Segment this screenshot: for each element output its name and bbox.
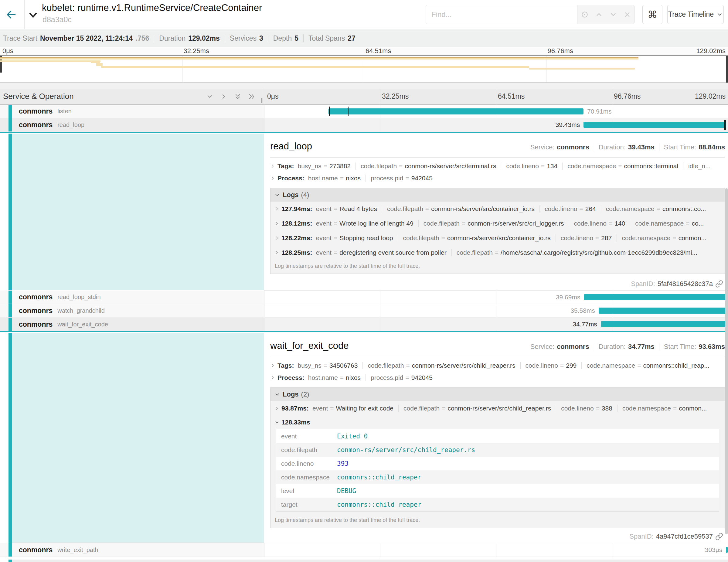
span-row-watch-grandchild[interactable]: conmonrs watch_grandchild 35.58ms — [0, 304, 728, 318]
logs-toggle[interactable]: Logs (2) — [270, 388, 725, 401]
service-name: conmonrs — [19, 546, 53, 554]
span-timeline-cell[interactable]: 39.69ms — [264, 291, 728, 304]
span-row-read-loop-stdin[interactable]: conmonrs read_loop_stdin 39.69ms — [0, 291, 728, 304]
service-value: conmonrs — [557, 143, 589, 151]
summary-separator — [154, 34, 154, 42]
tags-label: Tags: — [277, 162, 294, 170]
service-name: conmonrs — [19, 307, 53, 315]
chevron-down-icon — [717, 12, 723, 18]
service-color-bar — [9, 291, 12, 304]
span-id-row: SpanID: 4a947cfd1ce59537 — [629, 533, 723, 540]
prev-match-icon[interactable] — [595, 11, 603, 19]
copy-link-icon[interactable] — [715, 533, 723, 540]
operation-name: read_loop_stdin — [57, 294, 100, 301]
span-timeline-cell[interactable]: 39.43ms — [264, 118, 728, 132]
duration-value: 39.43ms — [628, 143, 655, 151]
minimap-span — [0, 58, 638, 60]
keyboard-shortcuts-button[interactable]: ⌘ — [642, 5, 662, 24]
total-spans-label: Total Spans — [308, 34, 345, 43]
span-name-cell[interactable]: conmonrs listen — [0, 105, 264, 118]
scrollbar[interactable] — [725, 188, 728, 534]
summary-separator — [225, 34, 225, 42]
log-field: code.lineno=388 — [556, 405, 612, 412]
next-row-peek — [0, 557, 728, 562]
span-row-read-loop[interactable]: conmonrs read_loop 39.43ms — [0, 118, 728, 132]
logs-note: Log timestamps are relative to the start… — [270, 514, 725, 528]
span-bar[interactable] — [328, 108, 583, 114]
span-timeline-cell[interactable]: 34.77ms — [264, 318, 728, 331]
gridline — [364, 56, 364, 82]
scrub-handle-right[interactable] — [726, 56, 728, 83]
tags-toggle[interactable]: Tags: busy_ns=34506763 code.filepath=con… — [270, 362, 725, 369]
scroll-to-match-icon[interactable] — [581, 11, 589, 19]
log-entry[interactable]: 128.12ms: event=Wrote log line of length… — [270, 216, 725, 231]
expand-all-icon[interactable] — [248, 93, 255, 100]
log-entry[interactable]: 128.22ms: event=Stopping read loop code.… — [270, 231, 725, 245]
service-name: conmonrs — [19, 293, 53, 301]
gridline — [264, 318, 264, 331]
minimap-canvas[interactable] — [0, 55, 728, 83]
log-entry[interactable]: 128.25ms: event=deregistering event sour… — [270, 245, 725, 260]
page-title: kubelet: runtime.v1.RuntimeService/Creat… — [42, 2, 262, 13]
column-resizer[interactable] — [261, 98, 263, 103]
span-bar[interactable] — [601, 321, 726, 327]
log-marker — [602, 319, 602, 329]
copy-link-icon[interactable] — [715, 280, 723, 288]
span-bar[interactable] — [599, 308, 726, 314]
tick-label: 32.25ms — [184, 47, 209, 55]
span-timeline-cell[interactable]: 70.91ms — [264, 105, 728, 118]
span-tree-indent-bar — [9, 333, 12, 543]
span-name-cell[interactable]: conmonrs read_loop_stdin — [0, 291, 264, 304]
start-time-label: Start Time: — [664, 143, 696, 151]
span-name-cell[interactable]: conmonrs write_exit_path — [0, 543, 264, 557]
log-entry-expanded-toggle[interactable]: 128.33ms — [270, 416, 725, 429]
span-row-write-exit-path[interactable]: conmonrs write_exit_path 303μs — [0, 543, 728, 557]
summary-separator — [268, 34, 268, 42]
span-bar[interactable] — [726, 547, 728, 553]
chevron-right-icon — [270, 164, 275, 169]
find-input[interactable] — [426, 5, 577, 24]
clear-search-icon[interactable] — [624, 11, 631, 18]
span-duration-label: 35.58ms — [570, 307, 595, 314]
logs-toggle[interactable]: Logs (4) — [270, 188, 725, 202]
operation-name: read_loop — [57, 121, 84, 128]
collapse-all-icon[interactable] — [234, 93, 241, 100]
span-bar[interactable] — [584, 294, 726, 300]
service-name: conmonrs — [19, 107, 53, 115]
log-timestamp: 128.22ms: — [281, 234, 312, 242]
collapse-one-icon[interactable] — [206, 93, 213, 100]
tag-item: code.filepath=conmon-rs/server/src/termi… — [355, 162, 496, 170]
gridline — [380, 118, 380, 131]
next-match-icon[interactable] — [609, 11, 617, 19]
process-toggle[interactable]: Process: host.name=nixos process.pid=942… — [270, 175, 725, 182]
log-timestamp: 128.25ms: — [281, 249, 312, 256]
span-name-cell[interactable]: conmonrs read_loop — [0, 118, 264, 132]
start-time-label: Start Time: — [664, 343, 696, 351]
span-name-cell[interactable]: conmonrs wait_for_exit_code — [0, 318, 264, 331]
detail-operation-title: wait_for_exit_code — [270, 340, 349, 351]
log-field: event=Read 4 bytes — [316, 205, 377, 213]
tag-item: idle_n... — [683, 162, 711, 170]
span-timeline-cell[interactable]: 35.58ms — [264, 304, 728, 318]
gridline — [612, 105, 612, 118]
log-entry[interactable]: 93.87ms: event=Waiting for exit code cod… — [270, 401, 725, 416]
trace-collapse-chevron-down-icon[interactable] — [28, 10, 39, 21]
process-toggle[interactable]: Process: host.name=nixos process.pid=942… — [270, 374, 725, 381]
gridline — [380, 543, 380, 557]
back-button[interactable] — [5, 9, 18, 21]
span-timeline-cell[interactable]: 303μs — [264, 543, 728, 557]
summary-separator — [303, 34, 304, 42]
span-name-cell[interactable]: conmonrs watch_grandchild — [0, 304, 264, 318]
trace-view-selector[interactable]: Trace Timeline — [667, 5, 724, 24]
tick-label: 96.76ms — [614, 89, 641, 100]
span-row-listen[interactable]: conmonrs listen 70.91ms — [0, 105, 728, 118]
expand-one-icon[interactable] — [220, 93, 227, 100]
trace-id: d8a3a0c — [43, 15, 72, 24]
log-field: code.namespace=co... — [630, 220, 704, 227]
span-row-wait-for-exit-code[interactable]: conmonrs wait_for_exit_code 34.77ms — [0, 318, 728, 331]
chevron-right-icon — [275, 250, 279, 255]
log-entry[interactable]: 127.94ms: event=Read 4 bytes code.filepa… — [270, 202, 725, 216]
span-bar[interactable] — [583, 122, 725, 128]
service-color-bar — [9, 543, 12, 557]
tags-toggle[interactable]: Tags: busy_ns=273882 code.filepath=conmo… — [270, 162, 725, 170]
